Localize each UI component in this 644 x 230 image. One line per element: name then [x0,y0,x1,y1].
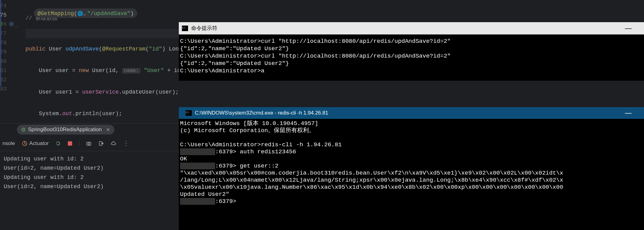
separator [79,140,79,147]
console-line: User(id=2, name=Updated User2) [4,184,104,190]
editor-gutter: 74 75 ⌄76 77 78 79 80 81 82 83 [0,0,12,123]
cmd-titlebar[interactable]: 命令提示符 — [179,22,644,34]
cmd-icon [186,110,192,116]
stop-button[interactable] [68,141,72,146]
run-tool-window: SpringBoot310RedisApplication ✕ nsole Ac… [0,123,179,230]
keyword: public [26,46,46,52]
run-tab-row: SpringBoot310RedisApplication ✕ [0,123,179,136]
code-area[interactable]: // 获取数据 public User udpAndSave(@RequestP… [12,0,202,123]
field: userService [82,89,119,95]
line-number: 77 [0,29,12,38]
annotation: @GetMapping [37,10,74,17]
code: User user1 = [39,89,82,95]
console-output[interactable]: Updating user with id: 2 User(id=2, name… [0,151,179,191]
annotation: @RequestParam [102,46,145,52]
line-number: 82 [0,75,12,84]
code: User(id, [89,67,122,74]
redis-line: "\xac\xed\x00\x05sr\x00#com.coderjia.boo… [180,170,563,198]
run-config-tab[interactable]: SpringBoot310RedisApplication ✕ [17,125,114,135]
cmd-icon [182,26,188,31]
redacted-ip: 1.94.26.81 [180,198,215,205]
redacted-ip: 1.94.26.81 [180,148,215,155]
actuator-tab[interactable]: Actuator [22,140,49,147]
code-editor[interactable]: 74 75 ⌄76 77 78 79 80 81 82 83 // 获取数据 p… [0,0,179,123]
minimize-button[interactable]: — [625,24,632,32]
redis-line: (c) Microsoft Corporation。保留所有权利。 [180,127,315,134]
cloud-icon[interactable] [111,141,116,146]
line-number: 80 [0,57,12,66]
type: User [49,46,62,52]
method-name: udpAndSave [65,46,99,52]
code: .updateUser(user); [119,89,178,95]
line-number: 78 [0,38,12,47]
close-icon[interactable]: ✕ [106,127,110,133]
redis-line: Microsoft Windows [版本 10.0.19045.4957] [180,120,318,127]
string: "id" [149,46,162,52]
field: out [62,111,72,117]
endpoint-marker-icon[interactable] [9,22,14,26]
redis-prompt: :6379> [215,163,236,169]
chevron-down-icon[interactable]: ⌄ [15,21,17,30]
svg-point-4 [88,143,90,145]
actuator-label: Actuator [29,140,49,147]
globe-icon: 🌐⌄ [77,11,86,17]
cmd-title: 命令提示符 [191,25,217,32]
line-number: 81 [0,66,12,75]
code: .println(user); [72,111,122,117]
code: System. [39,111,62,117]
redis-titlebar[interactable]: C:\WINDOWS\system32\cmd.exe - redis-cli … [179,107,644,119]
rerun-icon[interactable] [55,141,61,146]
line-number: 74 [0,1,12,10]
svg-point-1 [23,129,24,130]
actuator-icon [22,141,27,146]
run-config-name: SpringBoot310RedisApplication [28,127,102,133]
line-number: 75 [0,10,12,20]
code: User user = [39,67,79,74]
camera-icon[interactable] [86,141,92,146]
console-line: User(id=2, name=Updated User2) [4,165,104,171]
string: "/updAndSave" [87,10,130,17]
run-toolbar: nsole Actuator ⋮ [0,136,179,151]
minimize-button[interactable]: — [625,109,632,117]
more-icon[interactable]: ⋮ [123,139,130,147]
redis-output[interactable]: Microsoft Windows [版本 10.0.19045.4957] (… [179,119,644,230]
param-hint: name: [122,68,141,74]
console-line: Updating user with id: 2 [4,156,84,162]
console-line: Updating user with id: 2 [4,174,84,180]
redis-line: get user::2 [236,163,278,169]
cmd-output[interactable]: C:\Users\Administrator>curl "http://loca… [179,34,644,81]
redis-prompt: :6379> [215,198,236,205]
line-number: 79 [0,47,12,57]
console-tab[interactable]: nsole [2,140,15,147]
line-number: 83 [0,84,12,94]
exit-icon[interactable] [98,141,104,146]
line-number: ⌄76 [0,20,12,29]
keyword: new [79,67,89,74]
redis-prompt: :6379> [215,148,236,155]
redis-line: C:\Users\Administrator>redis-cli -h 1.94… [180,141,342,148]
getmapping-pill[interactable]: @GetMapping(🌐⌄"/updAndSave") [34,9,137,18]
redacted-ip: 1.94.26.81 [180,163,215,169]
redis-title: C:\WINDOWS\system32\cmd.exe - redis-cli … [195,110,328,116]
spring-icon [21,127,26,132]
redis-line: auth redis123456 [236,148,296,155]
redis-line: OK [180,155,187,162]
string: "User" [141,67,164,74]
